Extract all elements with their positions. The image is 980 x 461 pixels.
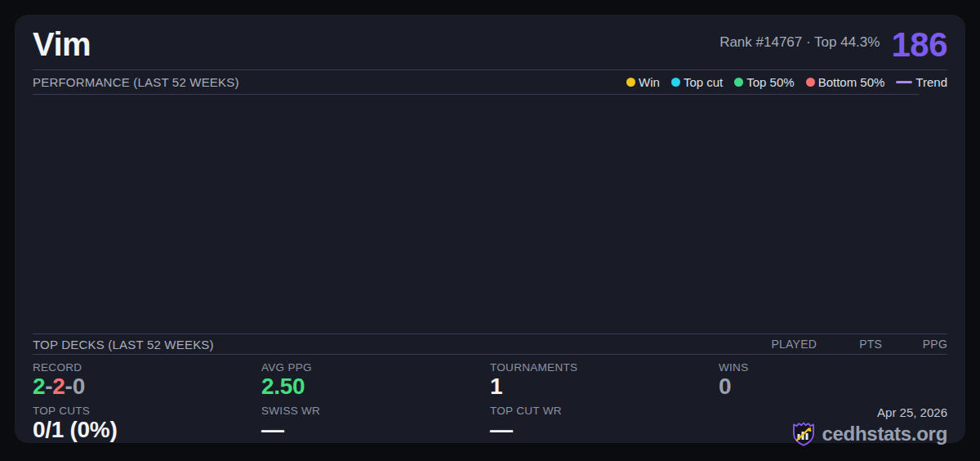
trend-line-icon	[896, 81, 912, 83]
page-title: Vim	[33, 28, 91, 60]
legend-label: Top cut	[684, 75, 723, 89]
stats-grid: RECORD 2-2-0 AVG PPG 2.50 TOURNAMENTS 1 …	[33, 355, 947, 454]
legend-item-win[interactable]: Win	[626, 75, 660, 89]
performance-section-title: PERFORMANCE (LAST 52 WEEKS)	[33, 75, 239, 89]
cedhstats-shield-logo-icon	[791, 422, 816, 446]
card-header: Vim Rank #14767 · Top 44.3% 186	[33, 15, 947, 70]
legend-item-top-50[interactable]: Top 50%	[734, 75, 794, 89]
stat-swiss-wr: SWISS WR —	[261, 405, 490, 454]
chart-legend: Win Top cut Top 50% Bottom 50% Trend	[626, 75, 947, 89]
legend-item-top-cut[interactable]: Top cut	[671, 75, 723, 89]
rank-text: Rank #14767 · Top 44.3%	[719, 34, 880, 56]
legend-item-bottom-50[interactable]: Bottom 50%	[806, 75, 885, 89]
stat-tournaments: TOURNAMENTS 1	[490, 361, 719, 404]
stat-wins: WINS 0	[719, 361, 947, 404]
wins-value: 0	[719, 374, 947, 400]
record-value: 2-2-0	[33, 374, 261, 400]
column-header-pts: PTS	[817, 338, 882, 351]
record-draws: 0	[73, 374, 85, 399]
stat-top-cuts: TOP CUTS 0/1 (0%)	[33, 405, 261, 454]
stat-avg-ppg: AVG PPG 2.50	[261, 361, 490, 404]
performance-header: PERFORMANCE (LAST 52 WEEKS) Win Top cut …	[33, 70, 947, 94]
top-50-dot-icon	[734, 78, 743, 87]
snapshot-date: Apr 25, 2026	[877, 405, 947, 419]
top-decks-columns: PLAYED PTS PPG	[751, 338, 947, 351]
legend-item-trend[interactable]: Trend	[896, 75, 947, 89]
win-dot-icon	[626, 78, 635, 87]
stat-label: AVG PPG	[261, 361, 490, 374]
bottom-50-dot-icon	[806, 78, 815, 87]
brand-row[interactable]: cedhstats.org	[791, 422, 947, 446]
brand-name: cedhstats.org	[822, 423, 947, 445]
stat-label: TOP CUT WR	[490, 405, 719, 417]
footer-cell: Apr 25, 2026 cedhstats.org	[719, 405, 947, 454]
column-header-ppg: PPG	[882, 338, 947, 351]
rank-block: Rank #14767 · Top 44.3% 186	[719, 29, 947, 60]
stat-record: RECORD 2-2-0	[33, 361, 261, 404]
record-losses: 2	[52, 374, 65, 399]
record-wins: 2	[33, 374, 45, 399]
record-separator: -	[65, 374, 73, 399]
legend-label: Win	[639, 75, 660, 89]
score-value: 186	[891, 29, 947, 60]
top-cut-dot-icon	[671, 78, 680, 87]
stat-label: WINS	[719, 361, 947, 374]
stat-label: RECORD	[33, 361, 261, 374]
stat-label: SWISS WR	[261, 405, 490, 417]
top-cut-wr-value: —	[490, 418, 719, 443]
record-separator: -	[45, 374, 52, 399]
top-cuts-value: 0/1 (0%)	[33, 418, 261, 443]
legend-label: Trend	[915, 75, 947, 89]
swiss-wr-value: —	[261, 418, 490, 443]
deck-stats-card: Vim Rank #14767 · Top 44.3% 186 PERFORMA…	[15, 15, 965, 443]
avg-ppg-value: 2.50	[261, 374, 490, 400]
stat-top-cut-wr: TOP CUT WR —	[490, 405, 719, 454]
legend-label: Top 50%	[746, 75, 794, 89]
legend-label: Bottom 50%	[818, 75, 885, 89]
stat-label: TOP CUTS	[33, 405, 261, 417]
column-header-played: PLAYED	[751, 338, 817, 351]
stat-label: TOURNAMENTS	[490, 361, 719, 374]
tournaments-value: 1	[490, 374, 719, 400]
performance-chart-area	[33, 95, 947, 333]
top-decks-section-title: TOP DECKS (LAST 52 WEEKS)	[33, 338, 214, 351]
top-decks-header: TOP DECKS (LAST 52 WEEKS) PLAYED PTS PPG	[33, 334, 947, 354]
